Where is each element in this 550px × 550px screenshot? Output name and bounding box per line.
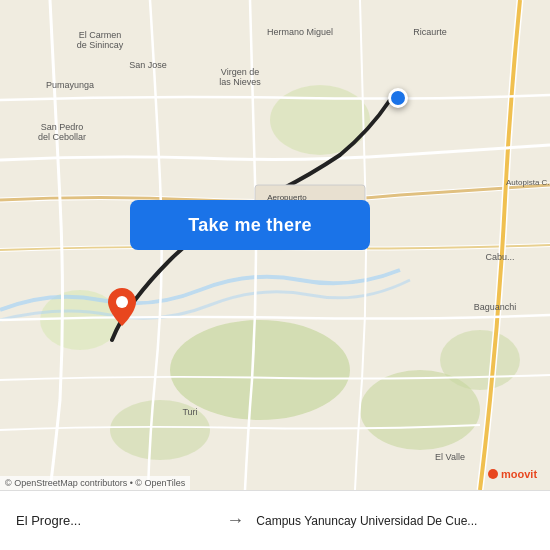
destination-dot	[388, 88, 408, 108]
destination-marker	[388, 88, 408, 108]
svg-text:Baguanchi: Baguanchi	[474, 302, 517, 312]
svg-text:Ricaurte: Ricaurte	[413, 27, 447, 37]
take-me-there-button[interactable]: Take me there	[130, 200, 370, 250]
svg-text:Cabu...: Cabu...	[485, 252, 514, 262]
from-place-name: El Progre...	[16, 513, 214, 528]
svg-text:del Cebollar: del Cebollar	[38, 132, 86, 142]
svg-text:Hermano Miguel: Hermano Miguel	[267, 27, 333, 37]
arrow-icon: →	[226, 510, 244, 531]
map-container: El Carmen de Sinincay San Jose Pumayunga…	[0, 0, 550, 490]
svg-text:San Jose: San Jose	[129, 60, 167, 70]
svg-text:de Sinincay: de Sinincay	[77, 40, 124, 50]
to-place: Campus Yanuncay Universidad De Cue...	[256, 514, 534, 528]
svg-point-25	[116, 296, 128, 308]
from-place: El Progre...	[16, 513, 214, 528]
svg-text:El Carmen: El Carmen	[79, 30, 122, 40]
svg-text:Autopista C...: Autopista C...	[506, 178, 550, 187]
moovit-watermark: moovit	[487, 464, 542, 488]
to-place-name: Campus Yanuncay Universidad De Cue...	[256, 514, 534, 528]
svg-text:las Nieves: las Nieves	[219, 77, 261, 87]
map-attribution: © OpenStreetMap contributors • © OpenTil…	[0, 476, 190, 490]
svg-text:Pumayunga: Pumayunga	[46, 80, 94, 90]
svg-text:El Valle: El Valle	[435, 452, 465, 462]
bottom-bar: El Progre... → Campus Yanuncay Universid…	[0, 490, 550, 550]
svg-text:San Pedro: San Pedro	[41, 122, 84, 132]
origin-pin-svg	[108, 288, 136, 326]
svg-text:Virgen de: Virgen de	[221, 67, 259, 77]
svg-point-26	[488, 469, 498, 479]
svg-point-1	[170, 320, 350, 420]
svg-point-5	[440, 330, 520, 390]
svg-text:Turi: Turi	[182, 407, 197, 417]
svg-text:moovit: moovit	[501, 468, 537, 480]
origin-marker	[108, 288, 136, 330]
svg-point-6	[270, 85, 370, 155]
